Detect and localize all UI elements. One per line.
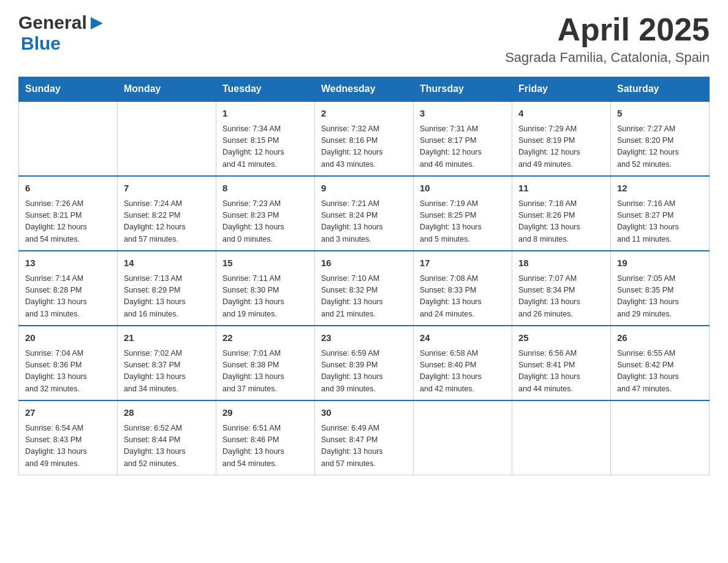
calendar-cell: 15Sunrise: 7:11 AM Sunset: 8:30 PM Dayli… [216, 251, 315, 326]
calendar-cell: 22Sunrise: 7:01 AM Sunset: 8:38 PM Dayli… [216, 326, 315, 400]
day-info: Sunrise: 7:26 AM Sunset: 8:21 PM Dayligh… [25, 198, 111, 246]
calendar-cell: 6Sunrise: 7:26 AM Sunset: 8:21 PM Daylig… [19, 176, 118, 251]
day-number: 17 [420, 256, 506, 270]
calendar-cell: 30Sunrise: 6:49 AM Sunset: 8:47 PM Dayli… [315, 400, 414, 475]
calendar-cell: 9Sunrise: 7:21 AM Sunset: 8:24 PM Daylig… [315, 176, 414, 251]
day-info: Sunrise: 7:08 AM Sunset: 8:33 PM Dayligh… [420, 273, 506, 321]
day-info: Sunrise: 7:04 AM Sunset: 8:36 PM Dayligh… [25, 348, 111, 396]
main-title: April 2025 [505, 12, 710, 47]
day-info: Sunrise: 7:10 AM Sunset: 8:32 PM Dayligh… [321, 273, 407, 321]
logo-general-text: General [18, 12, 87, 33]
calendar-cell: 13Sunrise: 7:14 AM Sunset: 8:28 PM Dayli… [19, 251, 118, 326]
day-number: 5 [617, 107, 703, 121]
day-info: Sunrise: 6:58 AM Sunset: 8:40 PM Dayligh… [420, 348, 506, 396]
day-info: Sunrise: 7:01 AM Sunset: 8:38 PM Dayligh… [222, 348, 308, 396]
calendar-cell: 27Sunrise: 6:54 AM Sunset: 8:43 PM Dayli… [19, 400, 118, 475]
week-row-4: 20Sunrise: 7:04 AM Sunset: 8:36 PM Dayli… [19, 326, 710, 400]
calendar-cell: 25Sunrise: 6:56 AM Sunset: 8:41 PM Dayli… [512, 326, 611, 400]
calendar-cell: 14Sunrise: 7:13 AM Sunset: 8:29 PM Dayli… [118, 251, 216, 326]
subtitle: Sagrada Familia, Catalonia, Spain [505, 50, 710, 66]
calendar-cell: 4Sunrise: 7:29 AM Sunset: 8:19 PM Daylig… [512, 101, 611, 176]
day-number: 15 [222, 256, 308, 270]
day-info: Sunrise: 7:34 AM Sunset: 8:15 PM Dayligh… [222, 123, 308, 171]
weekday-header-monday: Monday [118, 77, 216, 102]
calendar-cell: 10Sunrise: 7:19 AM Sunset: 8:25 PM Dayli… [414, 176, 512, 251]
weekday-header-friday: Friday [512, 77, 611, 102]
day-number: 28 [124, 406, 210, 420]
calendar-cell [19, 101, 118, 176]
day-info: Sunrise: 6:59 AM Sunset: 8:39 PM Dayligh… [321, 348, 407, 396]
day-info: Sunrise: 7:02 AM Sunset: 8:37 PM Dayligh… [124, 348, 210, 396]
calendar-header-row: SundayMondayTuesdayWednesdayThursdayFrid… [19, 77, 710, 102]
calendar-cell: 23Sunrise: 6:59 AM Sunset: 8:39 PM Dayli… [315, 326, 414, 400]
day-number: 20 [25, 331, 111, 345]
day-info: Sunrise: 7:32 AM Sunset: 8:16 PM Dayligh… [321, 123, 407, 171]
calendar-cell [611, 400, 710, 475]
calendar-cell: 5Sunrise: 7:27 AM Sunset: 8:20 PM Daylig… [611, 101, 710, 176]
weekday-header-sunday: Sunday [19, 77, 118, 102]
day-number: 1 [222, 107, 308, 121]
day-info: Sunrise: 7:27 AM Sunset: 8:20 PM Dayligh… [617, 123, 703, 171]
calendar-cell: 28Sunrise: 6:52 AM Sunset: 8:44 PM Dayli… [118, 400, 216, 475]
calendar-cell: 20Sunrise: 7:04 AM Sunset: 8:36 PM Dayli… [19, 326, 118, 400]
calendar-cell: 11Sunrise: 7:18 AM Sunset: 8:26 PM Dayli… [512, 176, 611, 251]
day-number: 22 [222, 331, 308, 345]
day-info: Sunrise: 7:23 AM Sunset: 8:23 PM Dayligh… [222, 198, 308, 246]
calendar-cell: 26Sunrise: 6:55 AM Sunset: 8:42 PM Dayli… [611, 326, 710, 400]
calendar-table: SundayMondayTuesdayWednesdayThursdayFrid… [18, 77, 710, 475]
day-number: 25 [518, 331, 604, 345]
day-number: 2 [321, 107, 407, 121]
weekday-header-saturday: Saturday [611, 77, 710, 102]
day-number: 12 [617, 182, 703, 196]
calendar-cell: 29Sunrise: 6:51 AM Sunset: 8:46 PM Dayli… [216, 400, 315, 475]
calendar-cell: 18Sunrise: 7:07 AM Sunset: 8:34 PM Dayli… [512, 251, 611, 326]
logo-arrow-icon [88, 15, 105, 32]
calendar-cell [512, 400, 611, 475]
calendar-cell [414, 400, 512, 475]
weekday-header-tuesday: Tuesday [216, 77, 315, 102]
day-number: 21 [124, 331, 210, 345]
calendar-cell: 21Sunrise: 7:02 AM Sunset: 8:37 PM Dayli… [118, 326, 216, 400]
calendar-cell: 7Sunrise: 7:24 AM Sunset: 8:22 PM Daylig… [118, 176, 216, 251]
day-number: 4 [518, 107, 604, 121]
day-number: 6 [25, 182, 111, 196]
calendar-cell: 12Sunrise: 7:16 AM Sunset: 8:27 PM Dayli… [611, 176, 710, 251]
day-info: Sunrise: 6:54 AM Sunset: 8:43 PM Dayligh… [25, 423, 111, 470]
title-area: April 2025 Sagrada Familia, Catalonia, S… [505, 12, 710, 66]
day-info: Sunrise: 6:52 AM Sunset: 8:44 PM Dayligh… [124, 423, 210, 470]
day-info: Sunrise: 6:56 AM Sunset: 8:41 PM Dayligh… [518, 348, 604, 396]
day-info: Sunrise: 7:31 AM Sunset: 8:17 PM Dayligh… [420, 123, 506, 171]
day-number: 8 [222, 182, 308, 196]
day-info: Sunrise: 6:49 AM Sunset: 8:47 PM Dayligh… [321, 423, 407, 470]
day-number: 7 [124, 182, 210, 196]
day-info: Sunrise: 6:55 AM Sunset: 8:42 PM Dayligh… [617, 348, 703, 396]
page-header: General Blue April 2025 Sagrada Familia,… [18, 12, 710, 66]
week-row-1: 1Sunrise: 7:34 AM Sunset: 8:15 PM Daylig… [19, 101, 710, 176]
day-info: Sunrise: 7:05 AM Sunset: 8:35 PM Dayligh… [617, 273, 703, 321]
day-number: 13 [25, 256, 111, 270]
day-number: 10 [420, 182, 506, 196]
week-row-3: 13Sunrise: 7:14 AM Sunset: 8:28 PM Dayli… [19, 251, 710, 326]
calendar-cell: 24Sunrise: 6:58 AM Sunset: 8:40 PM Dayli… [414, 326, 512, 400]
week-row-5: 27Sunrise: 6:54 AM Sunset: 8:43 PM Dayli… [19, 400, 710, 475]
calendar-cell [118, 101, 216, 176]
day-number: 9 [321, 182, 407, 196]
day-info: Sunrise: 7:18 AM Sunset: 8:26 PM Dayligh… [518, 198, 604, 246]
day-info: Sunrise: 6:51 AM Sunset: 8:46 PM Dayligh… [222, 423, 308, 470]
day-number: 3 [420, 107, 506, 121]
day-number: 14 [124, 256, 210, 270]
day-number: 27 [25, 406, 111, 420]
logo: General Blue [18, 12, 105, 54]
day-number: 18 [518, 256, 604, 270]
day-info: Sunrise: 7:16 AM Sunset: 8:27 PM Dayligh… [617, 198, 703, 246]
calendar-cell: 1Sunrise: 7:34 AM Sunset: 8:15 PM Daylig… [216, 101, 315, 176]
day-info: Sunrise: 7:13 AM Sunset: 8:29 PM Dayligh… [124, 273, 210, 321]
weekday-header-wednesday: Wednesday [315, 77, 414, 102]
day-info: Sunrise: 7:24 AM Sunset: 8:22 PM Dayligh… [124, 198, 210, 246]
calendar-cell: 8Sunrise: 7:23 AM Sunset: 8:23 PM Daylig… [216, 176, 315, 251]
day-info: Sunrise: 7:19 AM Sunset: 8:25 PM Dayligh… [420, 198, 506, 246]
logo-blue-text: Blue [21, 33, 61, 53]
day-info: Sunrise: 7:21 AM Sunset: 8:24 PM Dayligh… [321, 198, 407, 246]
day-number: 26 [617, 331, 703, 345]
day-number: 29 [222, 406, 308, 420]
